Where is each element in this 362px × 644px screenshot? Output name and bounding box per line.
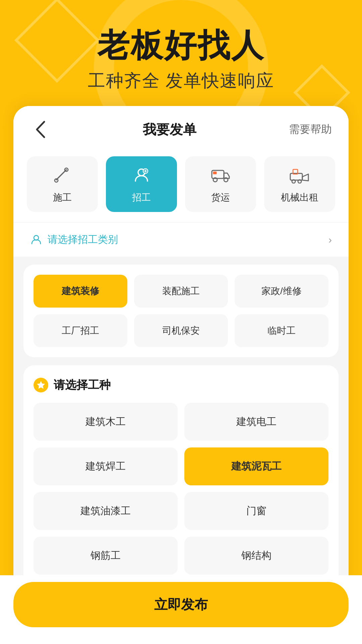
person-icon — [30, 234, 42, 246]
tab-row: 施工 招工 — [13, 150, 349, 222]
svg-point-1 — [55, 179, 58, 182]
tab-freight[interactable]: 货运 — [185, 156, 256, 212]
tab-construction[interactable]: 施工 — [27, 156, 98, 212]
worker-btn-steel[interactable]: 钢结构 — [184, 537, 328, 575]
hero-subtitle: 工种齐全 发单快速响应 — [20, 69, 342, 93]
worker-btn-rebar[interactable]: 钢筋工 — [34, 537, 178, 575]
worker-category-card: 建筑装修 装配施工 家政/维修 工厂招工 司机保安 临时工 — [23, 265, 339, 357]
category-btn-building[interactable]: 建筑装修 — [34, 275, 127, 308]
main-card: 我要发单 需要帮助 施工 — [13, 106, 349, 644]
publish-button[interactable]: 立即发布 — [13, 582, 349, 627]
tab-construction-label: 施工 — [53, 191, 72, 204]
tab-machinery-label: 机械出租 — [281, 191, 318, 204]
hero-section: 老板好找人 工种齐全 发单快速响应 — [0, 0, 362, 106]
publish-btn-wrapper: 立即发布 — [0, 575, 362, 644]
category-arrow-icon: › — [328, 234, 332, 246]
card-header: 我要发单 需要帮助 — [13, 106, 349, 150]
worker-btn-welder[interactable]: 建筑焊工 — [34, 447, 178, 485]
worker-btn-electrician[interactable]: 建筑电工 — [184, 403, 328, 441]
worker-type-title: 请选择工种 — [54, 377, 111, 393]
card-title: 我要发单 — [143, 120, 196, 139]
category-left: 请选择招工类别 — [30, 233, 118, 247]
category-placeholder: 请选择招工类别 — [48, 233, 118, 247]
category-btn-domestic[interactable]: 家政/维修 — [235, 275, 328, 308]
worker-grid: 建筑木工 建筑电工 建筑焊工 建筑泥瓦工 建筑油漆工 门窗 钢筋工 钢结构 — [34, 403, 328, 575]
back-button[interactable] — [30, 119, 50, 140]
recruit-icon — [131, 164, 152, 186]
category-btn-temp[interactable]: 临时工 — [235, 314, 328, 347]
category-btn-driver[interactable]: 司机保安 — [134, 314, 228, 347]
category-btn-factory[interactable]: 工厂招工 — [34, 314, 127, 347]
freight-icon — [210, 164, 231, 186]
tab-recruit[interactable]: 招工 — [106, 156, 177, 212]
category-grid: 建筑装修 装配施工 家政/维修 工厂招工 司机保安 临时工 — [34, 275, 328, 347]
tab-freight-label: 货运 — [211, 191, 230, 204]
section-header: 请选择工种 — [34, 377, 328, 393]
construction-icon — [52, 164, 73, 186]
svg-point-13 — [298, 180, 301, 183]
worker-btn-mason[interactable]: 建筑泥瓦工 — [184, 447, 328, 485]
worker-btn-painter[interactable]: 建筑油漆工 — [34, 492, 178, 530]
worker-type-section: 请选择工种 建筑木工 建筑电工 建筑焊工 建筑泥瓦工 建筑油漆工 门窗 钢筋工 … — [23, 365, 339, 587]
help-button[interactable]: 需要帮助 — [289, 122, 332, 137]
svg-rect-7 — [213, 172, 217, 174]
category-selector[interactable]: 请选择招工类别 › — [13, 223, 349, 257]
svg-point-12 — [292, 180, 295, 183]
machinery-icon — [289, 164, 310, 186]
worker-btn-carpenter[interactable]: 建筑木工 — [34, 403, 178, 441]
worker-btn-window[interactable]: 门窗 — [184, 492, 328, 530]
tab-machinery[interactable]: 机械出租 — [264, 156, 335, 212]
tab-recruit-label: 招工 — [132, 191, 151, 204]
category-btn-assembly[interactable]: 装配施工 — [134, 275, 228, 308]
section-star-icon — [34, 378, 48, 392]
hero-title: 老板好找人 — [20, 27, 342, 64]
